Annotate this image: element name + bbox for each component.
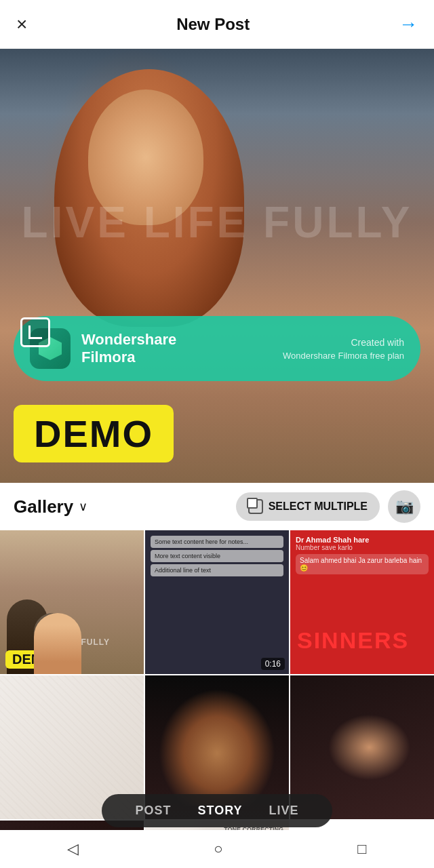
home-button[interactable]: ○ xyxy=(214,840,222,858)
chat-line-1: Some text content here for notes... xyxy=(151,536,283,548)
gallery-title: Gallery xyxy=(14,496,73,517)
filmora-right-block: Created with Wondershare Filmora free pl… xyxy=(283,337,404,361)
filmora-banner[interactable]: WondershareFilmora Created with Wondersh… xyxy=(14,316,420,381)
page-title: New Post xyxy=(176,15,250,34)
camera-button[interactable]: 📷 xyxy=(388,490,420,523)
photo-cell-3[interactable]: Dr Ahmad Shah hare Number save karlo Sal… xyxy=(290,530,434,674)
camera-icon: 📷 xyxy=(395,498,414,515)
thumb-text-2: Some text content here for notes... More… xyxy=(145,530,289,674)
select-multiple-button[interactable]: SELECT MULTIPLE xyxy=(236,492,380,521)
photo-cell-2[interactable]: Some text content here for notes... More… xyxy=(145,530,289,674)
gallery-bar: Gallery ∨ SELECT MULTIPLE 📷 xyxy=(0,483,434,530)
thumb-person2 xyxy=(34,613,71,674)
bottom-tab-bar: POST STORY LIVE xyxy=(102,794,332,827)
demo-label: DEMO xyxy=(34,412,153,456)
close-button[interactable]: × xyxy=(16,15,27,34)
video-duration-2: 0:16 xyxy=(261,658,285,670)
photo-cell-1[interactable]: LIVE LIFE FULLY DEMO xyxy=(0,530,144,674)
live-life-text: LIVE LIFE FULLY xyxy=(22,197,413,248)
back-button[interactable]: ◁ xyxy=(67,840,79,858)
chat-line-3: Additional line of text xyxy=(151,564,283,576)
tab-story[interactable]: STORY xyxy=(189,804,250,818)
crop-icon-shape xyxy=(28,326,42,339)
filmora-plan-label: Wondershare Filmora free plan xyxy=(283,351,404,361)
thumb-face-shape xyxy=(159,689,275,806)
filmora-app-name: WondershareFilmora xyxy=(81,331,272,367)
select-multiple-label: SELECT MULTIPLE xyxy=(269,500,368,513)
select-multiple-icon xyxy=(248,499,263,514)
thumb-demo: DEMO xyxy=(5,650,60,669)
chevron-down-icon: ∨ xyxy=(79,499,87,514)
sinners-text: SINNERS xyxy=(297,627,409,654)
filmora-text-block: WondershareFilmora xyxy=(81,331,272,367)
android-nav-bar: ◁ ○ □ xyxy=(0,830,434,868)
gallery-dropdown[interactable]: Gallery ∨ xyxy=(14,496,87,517)
recents-button[interactable]: □ xyxy=(357,840,366,858)
thumb-live-text: LIVE LIFE FULLY xyxy=(0,637,144,647)
top-bar: × New Post → xyxy=(0,0,434,49)
tab-live[interactable]: LIVE xyxy=(260,804,307,818)
chat-header: Dr Ahmad Shah hare Number save karlo Sal… xyxy=(296,536,429,574)
demo-box: DEMO xyxy=(14,405,174,462)
crop-button[interactable] xyxy=(20,317,50,347)
preview-area: LIVE LIFE FULLY WondershareFilmora Creat… xyxy=(0,49,434,483)
next-button[interactable]: → xyxy=(399,14,418,35)
chat-line-2: More text content visible xyxy=(151,550,283,562)
gallery-actions: SELECT MULTIPLE 📷 xyxy=(236,490,420,523)
tab-post[interactable]: POST xyxy=(127,804,179,818)
filmora-created-label: Created with xyxy=(283,337,404,348)
